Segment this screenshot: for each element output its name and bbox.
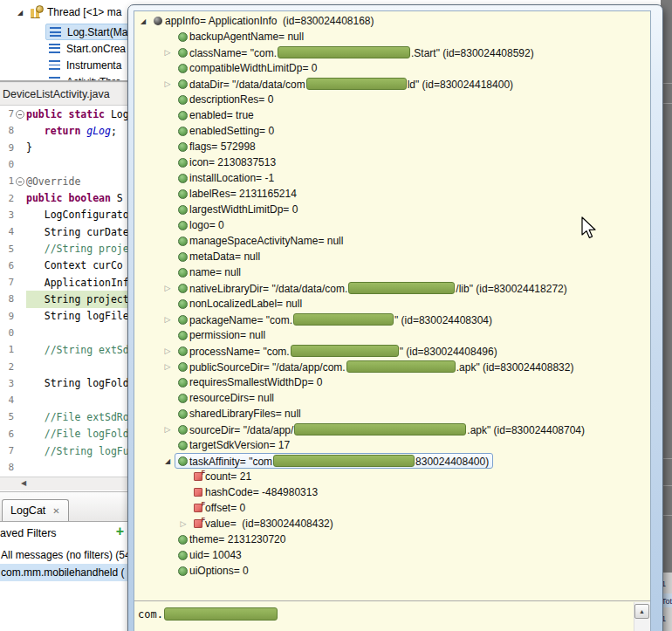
variable-row[interactable]: ▷value= (id=830024408432) xyxy=(134,516,650,532)
variable-row[interactable]: requiresSmallestWidthDp= 0 xyxy=(134,374,650,390)
variable-text: name= null xyxy=(189,266,241,278)
expand-arrow-expanded-icon[interactable]: ◢ xyxy=(136,17,150,25)
variable-row[interactable]: sharedLibraryFiles= null xyxy=(134,406,650,422)
code-text xyxy=(26,156,127,173)
variable-text: offset= 0 xyxy=(205,502,245,514)
mouse-cursor xyxy=(581,216,600,243)
variable-name: permission= xyxy=(189,329,249,341)
code-editor[interactable]: 7public static Log8 return gLog;9}01@Ove… xyxy=(0,106,127,477)
line-number: 3 xyxy=(0,209,15,221)
variable-row[interactable]: metaData= null xyxy=(134,249,650,264)
variable-row[interactable]: resourceDirs= null xyxy=(134,390,650,406)
variable-row[interactable]: ▷processName= "com." (id=830024408496) xyxy=(134,343,650,359)
private-field-icon xyxy=(191,488,205,497)
variable-row[interactable]: flags= 572998 xyxy=(134,139,650,154)
variable-text: sourceDir= "/data/app/.apk" (id=83002440… xyxy=(189,423,585,436)
expand-arrow-collapsed-icon[interactable]: ▷ xyxy=(161,315,175,324)
variable-row[interactable]: manageSpaceActivityName= null xyxy=(134,233,650,249)
variable-row[interactable]: count= 21 xyxy=(134,469,650,484)
variable-row[interactable]: ▷className= "com..Start" (id=83002440859… xyxy=(134,45,650,60)
variable-row[interactable]: ▷packageName= "com." (id=830024408304) xyxy=(134,312,650,327)
fold-marker xyxy=(15,442,26,459)
close-icon[interactable]: ✕ xyxy=(52,506,59,516)
variable-row[interactable]: uiOptions= 0 xyxy=(134,563,650,579)
expand-arrow-collapsed-icon[interactable]: ▷ xyxy=(161,284,175,292)
editor-tab[interactable]: DeviceListActivity.java xyxy=(0,83,127,106)
stack-frame[interactable]: Log.Start(Ma xyxy=(45,24,127,40)
editor-hscrollbar[interactable]: ◀ xyxy=(0,477,127,490)
detail-prefix: com. xyxy=(138,608,163,621)
variable-row[interactable]: ◢taskAffinity= "com830024408400) xyxy=(134,453,650,469)
public-field-icon xyxy=(175,425,189,435)
variable-row[interactable]: descriptionRes= 0 xyxy=(134,92,650,107)
scroll-up-button[interactable]: ▲ xyxy=(634,604,649,619)
variable-row[interactable]: enabled= true xyxy=(134,107,650,123)
expand-arrow-collapsed-icon[interactable]: ▷ xyxy=(161,48,175,57)
public-field-icon xyxy=(175,441,189,450)
expand-arrow-collapsed-icon[interactable]: ▷ xyxy=(176,519,190,528)
expand-arrow-expanded-icon[interactable]: ◢ xyxy=(17,9,26,17)
variable-row[interactable]: targetSdkVersion= 17 xyxy=(134,437,650,453)
expand-arrow-collapsed-icon[interactable]: ▷ xyxy=(161,362,175,371)
code-text: String projectN xyxy=(26,291,127,307)
private-final-field-icon xyxy=(191,472,205,481)
fold-marker[interactable] xyxy=(15,106,26,122)
detail-pane[interactable]: com. ▲ xyxy=(134,600,650,631)
stack-frame[interactable]: Start.onCrea xyxy=(45,40,127,57)
variable-name: appInfo= xyxy=(165,15,209,27)
variable-entry: uiOptions= 0 xyxy=(175,562,253,580)
variable-row[interactable]: ▷sourceDir= "/data/app/.apk" (id=8300244… xyxy=(134,422,650,437)
variable-row[interactable]: ▷dataDir= "/data/data/comld" (id=8300244… xyxy=(134,76,650,92)
scroll-left-icon[interactable]: ◀ xyxy=(21,479,26,487)
expand-arrow-collapsed-icon[interactable]: ▷ xyxy=(161,79,175,88)
variable-text: metaData= null xyxy=(189,250,260,263)
variable-row[interactable]: largestWidthLimitDp= 0 xyxy=(134,202,650,217)
variable-row[interactable]: hashCode= -484980313 xyxy=(134,484,650,500)
variable-value: "com. xyxy=(263,346,289,358)
line-number: 2 xyxy=(0,193,15,204)
filter-list-item[interactable]: All messages (no filters) (540 xyxy=(0,546,127,564)
scroll-up-icon: ▲ xyxy=(639,608,645,614)
thread-node[interactable]: ◢ Thread [<1> ma xyxy=(17,6,121,18)
redaction-blob xyxy=(293,313,394,326)
fold-marker[interactable] xyxy=(15,173,26,189)
thread-label: Thread [<1> ma xyxy=(47,6,121,18)
public-field-icon xyxy=(175,174,189,183)
expand-arrow-collapsed-icon[interactable]: ▷ xyxy=(161,425,175,434)
variable-row[interactable]: name= null xyxy=(134,264,650,280)
fold-marker xyxy=(15,274,26,291)
variable-row[interactable]: backupAgentName= null xyxy=(134,29,650,45)
variable-row[interactable]: offset= 0 xyxy=(134,500,650,516)
variable-row[interactable]: nonLocalizedLabel= null xyxy=(134,296,650,312)
variable-name: className= xyxy=(189,47,250,59)
fold-marker xyxy=(15,325,26,341)
add-filter-icon[interactable]: + xyxy=(116,524,124,539)
line-number: 9 xyxy=(0,311,15,322)
expand-arrow-collapsed-icon[interactable]: ▷ xyxy=(161,346,175,355)
code-text: //File logFolder xyxy=(26,426,127,442)
stack-frame[interactable]: Instrumenta xyxy=(45,57,127,73)
variable-row[interactable]: icon= 2130837513 xyxy=(134,154,650,170)
variable-row[interactable]: compatibleWidthLimitDp= 0 xyxy=(134,60,650,76)
variable-row[interactable]: enabledSetting= 0 xyxy=(134,123,650,139)
variable-row[interactable]: ▷nativeLibraryDir= "/data/data/com./lib"… xyxy=(134,280,650,296)
public-field-icon xyxy=(175,346,189,356)
line-number: 4 xyxy=(0,226,15,237)
code-line: 2public boolean S xyxy=(0,189,127,206)
expand-arrow-expanded-icon[interactable]: ◢ xyxy=(161,457,175,465)
variable-value: " (id=830024408496) xyxy=(400,346,497,358)
code-line: 2 xyxy=(0,358,127,374)
variable-name: value= xyxy=(205,518,239,530)
variable-row[interactable]: labelRes= 2131165214 xyxy=(134,186,650,202)
variable-row[interactable]: logo= 0 xyxy=(134,217,650,233)
detail-scrollbar[interactable]: ▲ xyxy=(634,602,650,631)
variable-row[interactable]: ▷publicSourceDir= "/data/app/com..apk" (… xyxy=(134,359,650,374)
variable-row[interactable]: uid= 10043 xyxy=(134,547,650,563)
variable-row[interactable]: installLocation= -1 xyxy=(134,170,650,186)
code-text: //String projec xyxy=(26,240,127,257)
tab-logcat[interactable]: LogCat ✕ xyxy=(2,499,69,521)
filter-list-item[interactable]: com.mm.mobilehandheld ( xyxy=(0,564,127,581)
variable-row[interactable]: theme= 2131230720 xyxy=(134,532,650,547)
variable-row[interactable]: ◢appInfo= ApplicationInfo (id=8300244081… xyxy=(134,13,650,29)
variable-row[interactable]: permission= null xyxy=(134,327,650,343)
